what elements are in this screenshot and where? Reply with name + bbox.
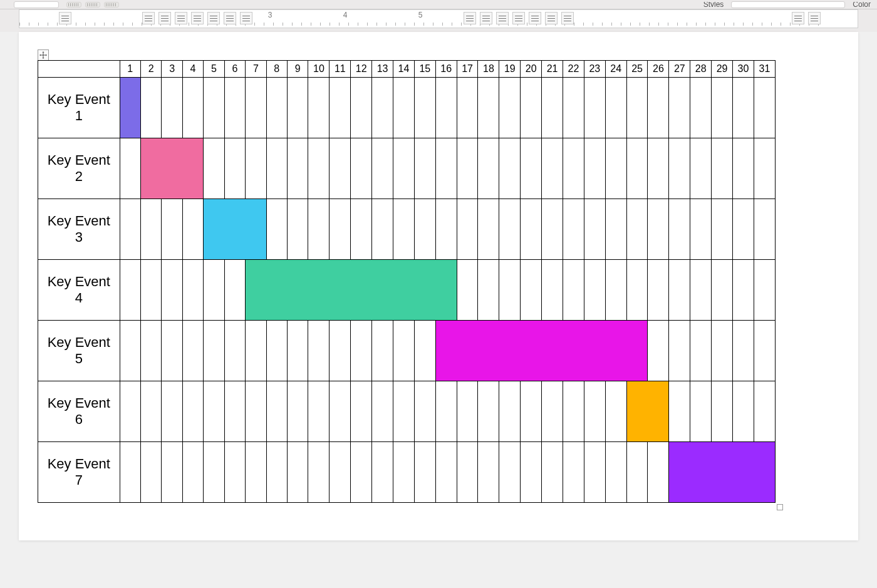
tabstop-icon[interactable] <box>561 12 574 24</box>
gantt-cell <box>563 78 584 138</box>
gantt-day-header: 20 <box>521 61 542 78</box>
gantt-cell <box>246 442 266 503</box>
gantt-cell <box>435 381 457 442</box>
gantt-cell <box>120 321 140 381</box>
tabstop-icon[interactable] <box>529 12 541 24</box>
gantt-bar-segment <box>246 260 266 321</box>
gantt-cell <box>499 260 521 321</box>
gantt-bar-segment <box>266 260 287 321</box>
tabstop-icon[interactable] <box>158 12 171 24</box>
gantt-cell <box>330 381 351 442</box>
gantt-cell <box>162 260 182 321</box>
gantt-cell <box>542 199 563 260</box>
gantt-bar-segment <box>162 138 182 199</box>
tabstop-icon[interactable] <box>545 12 558 24</box>
gantt-cell <box>204 442 224 503</box>
gantt-bar-segment <box>308 260 330 321</box>
ruler-tabstop-cluster[interactable] <box>792 12 821 24</box>
gantt-cell <box>499 381 521 442</box>
tabstop-icon[interactable] <box>240 12 252 24</box>
tabstop-icon[interactable] <box>142 12 155 24</box>
gantt-bar-segment <box>499 321 521 381</box>
gantt-cell <box>162 381 182 442</box>
gantt-day-header: 10 <box>308 61 330 78</box>
gantt-cell <box>266 199 287 260</box>
gantt-cell <box>224 442 245 503</box>
toolbar-button[interactable] <box>66 2 81 8</box>
gantt-cell <box>224 260 245 321</box>
gantt-cell <box>288 321 308 381</box>
tabstop-icon[interactable] <box>191 12 204 24</box>
gantt-bar-segment <box>372 260 393 321</box>
gantt-row-label: Key Event 5 <box>38 321 120 381</box>
gantt-day-header: 24 <box>605 61 626 78</box>
gantt-cell <box>393 442 414 503</box>
gantt-cell <box>563 199 584 260</box>
gantt-cell <box>542 260 563 321</box>
gantt-day-header: 25 <box>626 61 648 78</box>
tabstop-icon[interactable] <box>512 12 525 24</box>
gantt-cell <box>120 199 140 260</box>
gantt-cell <box>140 381 161 442</box>
gantt-day-header: 18 <box>478 61 499 78</box>
gantt-cell <box>626 78 648 138</box>
gantt-bar-segment <box>414 260 435 321</box>
gantt-bar-segment <box>393 260 414 321</box>
ruler-number: 5 <box>418 11 423 19</box>
gantt-bar-segment <box>605 321 626 381</box>
gantt-cell <box>457 199 478 260</box>
tabstop-icon[interactable] <box>175 12 187 24</box>
tabstop-icon[interactable] <box>207 12 220 24</box>
gantt-cell <box>266 442 287 503</box>
gantt-cell <box>712 260 733 321</box>
table-move-handle[interactable] <box>38 49 49 61</box>
gantt-cell <box>414 381 435 442</box>
toolbar-button[interactable] <box>85 2 100 8</box>
gantt-day-header: 17 <box>457 61 478 78</box>
gantt-cell <box>521 442 542 503</box>
gantt-bar-segment <box>435 260 457 321</box>
gantt-cell <box>351 199 372 260</box>
gantt-cell <box>690 199 712 260</box>
gantt-day-header: 14 <box>393 61 414 78</box>
gantt-row-label: Key Event 4 <box>38 260 120 321</box>
gantt-cell <box>246 138 266 199</box>
gantt-cell <box>605 260 626 321</box>
tabstop-icon[interactable] <box>464 12 476 24</box>
gantt-day-header: 23 <box>584 61 605 78</box>
gantt-row: Key Event 1 <box>38 78 776 138</box>
gantt-day-header: 29 <box>712 61 733 78</box>
tabstop-icon[interactable] <box>808 12 821 24</box>
gantt-cell <box>266 138 287 199</box>
ruler[interactable]: 3450 <box>19 9 858 28</box>
gantt-cell <box>499 199 521 260</box>
gantt-day-header: 5 <box>204 61 224 78</box>
tabstop-icon[interactable] <box>480 12 492 24</box>
gantt-day-header: 26 <box>648 61 669 78</box>
gantt-cell <box>712 199 733 260</box>
gantt-cell <box>120 138 140 199</box>
gantt-cell <box>308 321 330 381</box>
ruler-tabstop-cluster[interactable] <box>59 12 71 24</box>
tabstop-icon[interactable] <box>224 12 236 24</box>
tabstop-icon[interactable] <box>496 12 509 24</box>
gantt-cell <box>330 321 351 381</box>
gantt-day-header: 22 <box>563 61 584 78</box>
toolbar-button[interactable] <box>104 2 119 8</box>
gantt-cell <box>542 78 563 138</box>
gantt-day-header: 8 <box>266 61 287 78</box>
gantt-cell <box>521 260 542 321</box>
toolbar-dropdown[interactable] <box>14 1 59 8</box>
ruler-number: 3 <box>268 11 272 19</box>
gantt-cell <box>414 321 435 381</box>
ruler-tabstop-cluster[interactable] <box>142 12 252 24</box>
tabstop-icon[interactable] <box>792 12 804 24</box>
ruler-tabstop-cluster[interactable] <box>464 12 574 24</box>
styles-dropdown[interactable] <box>731 1 845 8</box>
gantt-bar-segment <box>690 442 712 503</box>
gantt-cell <box>246 78 266 138</box>
gantt-cell <box>372 138 393 199</box>
gantt-cell <box>435 442 457 503</box>
gantt-cell <box>648 321 669 381</box>
tabstop-icon[interactable] <box>59 12 71 24</box>
